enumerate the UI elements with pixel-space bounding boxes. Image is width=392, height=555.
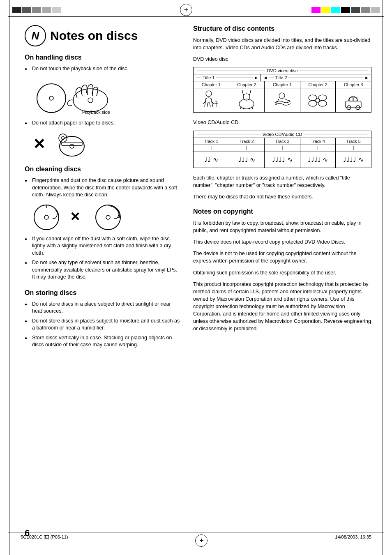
dvd-img-3 [265, 88, 300, 112]
reg-bar-right [311, 7, 380, 13]
disc-hand-svg [33, 78, 115, 115]
title1-arrow-head: ► [254, 75, 258, 80]
vcd-img-5: ♩♩♩♩ ∿ [336, 152, 371, 168]
svg-point-20 [318, 95, 327, 101]
svg-point-19 [309, 95, 317, 101]
copyright-text-3: The device is not to be used for copying… [193, 250, 371, 265]
page: N Notes on discs On handling discs Do no… [0, 0, 392, 555]
svg-point-15 [239, 99, 254, 109]
crosshair-bottom-center [195, 534, 208, 547]
vcd-img-2: ♩♩♩ ∿ [229, 152, 265, 168]
title1-right-line [216, 78, 253, 78]
color-bar-gray3 [371, 7, 380, 13]
color-bar-gray2 [361, 7, 370, 13]
dvd-title-row: Title 1 ► ◄ Title 2 ► [194, 74, 371, 81]
vcd-subtext-2: There may be discs that do not have thes… [193, 193, 371, 200]
color-bar-gray1 [351, 7, 360, 13]
vcd-line-4: | [300, 145, 336, 152]
title2-left-line [269, 78, 274, 78]
svg-point-4 [60, 136, 84, 156]
copyright-heading: Notes on copyright [193, 208, 371, 215]
dvd-ch-2: Chapter 2 [229, 81, 265, 88]
cleaning-list-2: If you cannot wipe off the dust with a s… [25, 235, 181, 281]
dvd-title-2-cell: ◄ Title 2 ► [261, 74, 371, 81]
registration-top [0, 0, 392, 16]
svg-point-21 [309, 101, 317, 106]
vcd-images-row: ♩♩ ∿ ♩♩♩ ∿ ♩♩♩♩ ∿ ♩♩♩♩ ∿ ♩♩♩♩ ∿ [194, 152, 371, 168]
dvd-img-svg-4 [307, 90, 329, 111]
vcd-dash-left [197, 134, 261, 134]
crosshair-top-center [180, 4, 192, 16]
dvd-dash-left [197, 71, 265, 71]
disc-tape-svg [55, 131, 86, 157]
dvd-chapters-row: Chapter 1 Chapter 2 Chapter 1 Chapter 2 … [194, 81, 371, 88]
svg-point-22 [318, 101, 327, 106]
page-title-container: N Notes on discs [25, 25, 181, 46]
vcd-lines-row: | | | | | [194, 145, 371, 152]
vcd-subtext-1: Each title, chapter or track is assigned… [193, 174, 371, 189]
color-bar-yellow [321, 7, 330, 13]
reg-bar-left [12, 7, 61, 13]
vcd-img-1: ♩♩ ∿ [194, 152, 229, 168]
dvd-ch-1: Chapter 1 [194, 81, 229, 88]
dvd-img-svg-5 [342, 90, 365, 111]
svg-point-5 [70, 144, 74, 148]
structure-text-1: Normally, DVD video discs are divided in… [193, 37, 371, 51]
title-icon-letter: N [32, 30, 39, 42]
dvd-img-4 [300, 88, 336, 112]
title2-arrow-head: ◄ [263, 75, 267, 80]
vcd-line-1: | [194, 145, 229, 152]
dvd-img-svg-3 [271, 90, 293, 111]
reg-bar-1 [12, 7, 21, 13]
svg-point-12 [96, 205, 120, 230]
dvd-img-svg-1 [200, 90, 222, 111]
svg-point-13 [106, 215, 110, 219]
cleaning-item-2: If you cannot wipe off the dust with a s… [25, 235, 181, 257]
handling-list: Do not touch the playback side of the di… [25, 65, 181, 73]
vcd-label: Video CD/Audio CD [193, 119, 371, 126]
storing-item-1: Do not store discs in a place subject to… [25, 301, 181, 315]
x-symbol-1: ✕ [33, 137, 45, 152]
dvd-ch-3: Chapter 1 [265, 81, 300, 88]
dvd-disc-label: DVD video disc [267, 68, 297, 73]
color-bar-magenta [311, 7, 321, 13]
clean-wrong-svg [95, 204, 121, 230]
svg-point-17 [279, 93, 285, 99]
left-column: N Notes on discs On handling discs Do no… [25, 25, 181, 351]
margin-line-left [9, 0, 9, 555]
storing-item-2: Do not store discs in places subject to … [25, 318, 181, 332]
handling-heading: On handling discs [25, 54, 181, 61]
color-bar-black [341, 7, 350, 13]
svg-rect-26 [350, 98, 353, 101]
vcd-label-row: Video CD/Audio CD [194, 131, 371, 138]
svg-rect-6 [62, 142, 82, 145]
svg-point-0 [37, 84, 66, 113]
title2-right-line [288, 78, 364, 78]
clean-ok-svg [33, 204, 60, 230]
dvd-dash-right [300, 71, 368, 71]
vcd-tracks-row: Track 1 Track 2 Track 3 Track 4 Track 5 [194, 138, 371, 145]
cleaning-item-1: Fingerprints and dust on the disc cause … [25, 177, 181, 199]
page-footer: 5G10201C [E] (P06-11) 14/08/2003, 16:35 [0, 534, 392, 547]
copyright-text-2: This device does not tape-record copy pr… [193, 238, 371, 246]
disc-hand-illustration: Playback side [33, 78, 181, 115]
vcd-dash-right [304, 134, 368, 134]
vcd-track-4: Track 4 [300, 138, 336, 145]
vcd-track-5: Track 5 [336, 138, 371, 145]
dvd-img-svg-2 [235, 90, 258, 111]
x-symbol-2: ✕ [70, 211, 80, 223]
vcd-img-3: ♩♩♩♩ ∿ [265, 152, 300, 168]
dvd-label: DVD video disc [193, 55, 371, 63]
footer-right: 14/08/2003, 16:35 [335, 534, 371, 547]
cleaning-item-3: Do not use any type of solvent such as t… [25, 259, 181, 281]
reg-bar-3 [32, 7, 41, 13]
cleaning-illustration: ✕ [33, 204, 181, 230]
dvd-img-2 [229, 88, 265, 112]
vcd-diagram: Video CD/Audio CD Track 1 Track 2 Track … [193, 131, 371, 168]
handling-list-2: Do not attach paper or tape to discs. [25, 120, 181, 127]
title-icon: N [25, 25, 46, 46]
prohibited-illustration: ✕ [33, 131, 181, 157]
margin-line-right [383, 0, 383, 555]
dvd-ch-4: Chapter 2 [300, 81, 336, 88]
page-title: Notes on discs [50, 29, 138, 43]
